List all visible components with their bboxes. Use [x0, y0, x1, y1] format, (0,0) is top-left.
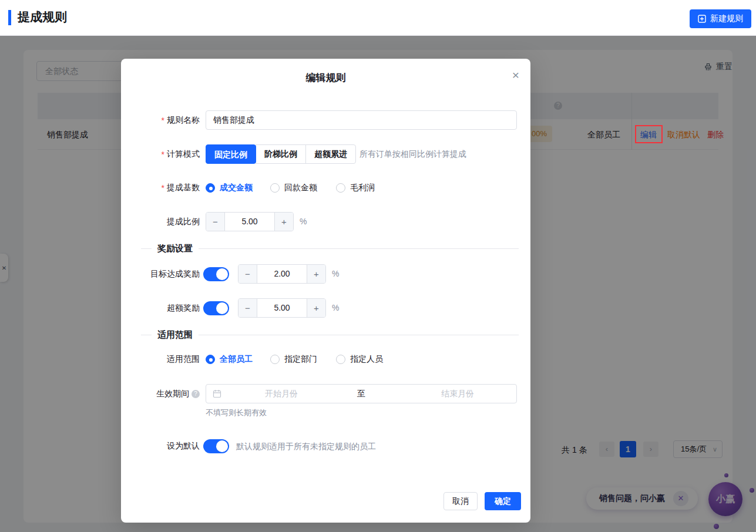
required-asterisk: * — [162, 116, 164, 125]
calc-mode-segmented: 固定比例 阶梯比例 超额累进 — [206, 144, 356, 164]
ratio-label: 提成比例 — [121, 212, 200, 231]
base-option-gross-profit[interactable]: 毛利润 — [336, 178, 375, 198]
scope-option-persons[interactable]: 指定人员 — [336, 349, 383, 369]
set-default-label: 设为默认 — [121, 439, 200, 453]
set-default-toggle[interactable] — [203, 439, 229, 453]
target-reward-value[interactable]: 2.00 — [257, 265, 307, 283]
plus-button[interactable]: + — [307, 299, 325, 317]
period-row: 生效期间 ? 开始月份 至 结束月份 — [121, 384, 530, 403]
period-hint: 不填写则长期有效 — [206, 408, 267, 418]
required-asterisk: * — [162, 183, 164, 193]
radio-icon — [270, 183, 280, 193]
excess-reward-stepper: − 5.00 + — [238, 298, 326, 318]
excess-reward-row: 超额奖励 − 5.00 + % — [121, 298, 530, 318]
target-reward-unit: % — [332, 264, 339, 284]
rule-name-row: * 规则名称 — [121, 110, 530, 130]
calc-mode-option-fixed[interactable]: 固定比例 — [206, 144, 256, 164]
annotation-highlight-box — [635, 125, 663, 143]
calc-mode-option-progressive[interactable]: 超额累进 — [305, 144, 356, 164]
modal-title: 编辑规则 — [121, 71, 530, 85]
calc-mode-option-tiered[interactable]: 阶梯比例 — [256, 144, 306, 164]
excess-reward-toggle[interactable] — [203, 301, 229, 315]
new-rule-label: 新建规则 — [710, 14, 743, 24]
cancel-button[interactable]: 取消 — [443, 492, 478, 510]
divider-line — [141, 248, 152, 249]
required-asterisk: * — [162, 150, 164, 159]
scope-option-all-staff[interactable]: 全部员工 — [206, 349, 253, 369]
confirm-button[interactable]: 确定 — [485, 492, 521, 510]
period-label: 生效期间 ? — [121, 384, 200, 403]
target-reward-stepper: − 2.00 + — [238, 264, 326, 284]
page-title: 提成规则 — [18, 9, 67, 25]
divider-line — [141, 335, 152, 335]
radio-selected-icon — [206, 183, 215, 193]
base-label: * 提成基数 — [121, 178, 200, 198]
ratio-row: 提成比例 − 5.00 + % — [121, 212, 530, 231]
divider-line — [199, 248, 519, 249]
plus-button[interactable]: + — [274, 213, 293, 231]
rule-name-label: * 规则名称 — [121, 110, 200, 130]
plus-square-icon — [698, 15, 706, 23]
rule-name-input[interactable] — [206, 110, 517, 130]
calc-mode-hint: 所有订单按相同比例计算提成 — [359, 144, 466, 164]
scope-option-departments[interactable]: 指定部门 — [270, 349, 317, 369]
excess-reward-unit: % — [332, 298, 339, 318]
base-option-payment-amount[interactable]: 回款金额 — [270, 178, 317, 198]
ratio-unit: % — [300, 212, 307, 231]
minus-button[interactable]: − — [238, 299, 257, 317]
scope-section-title: 适用范围 — [152, 329, 199, 341]
target-reward-toggle[interactable] — [203, 267, 229, 281]
base-option-deal-amount[interactable]: 成交金额 — [206, 178, 253, 198]
radio-icon — [336, 183, 345, 193]
edit-rule-modal: 编辑规则 × * 规则名称 * 计算模式 固定比例 阶梯比例 超额累进 所有订单… — [121, 59, 530, 523]
minus-button[interactable]: − — [206, 213, 225, 231]
excess-reward-label: 超额奖励 — [121, 298, 200, 318]
scope-section-divider: 适用范围 — [141, 330, 519, 339]
title-accent-bar — [8, 10, 11, 25]
set-default-row: 设为默认 默认规则适用于所有未指定规则的员工 — [121, 439, 530, 453]
app-root: 提成规则 新建规则 全部状态 重置 规则名称 奖励 ? 适用范围 操作 销售部提… — [0, 0, 756, 532]
reward-section-divider: 奖励设置 — [141, 244, 519, 253]
radio-icon — [270, 355, 280, 364]
plus-button[interactable]: + — [307, 265, 325, 283]
close-icon[interactable]: × — [506, 66, 525, 85]
scope-label: 适用范围 — [121, 349, 200, 369]
ratio-value[interactable]: 5.00 — [225, 213, 274, 231]
target-reward-label: 目标达成奖励 — [121, 264, 200, 284]
radio-selected-icon — [206, 355, 215, 364]
minus-button[interactable]: − — [238, 265, 257, 283]
period-end-placeholder: 结束月份 — [441, 385, 474, 403]
ratio-stepper: − 5.00 + — [206, 212, 294, 231]
radio-icon — [336, 355, 345, 364]
new-rule-button[interactable]: 新建规则 — [690, 9, 751, 28]
calc-mode-label: * 计算模式 — [121, 144, 200, 164]
period-range-input[interactable]: 开始月份 至 结束月份 — [206, 384, 517, 403]
set-default-hint: 默认规则适用于所有未指定规则的员工 — [236, 439, 376, 453]
scope-row: 适用范围 全部员工 指定部门 指定人员 — [121, 349, 530, 369]
reward-section-title: 奖励设置 — [152, 243, 199, 254]
page-header: 提成规则 新建规则 — [0, 0, 756, 36]
divider-line — [199, 335, 519, 335]
calc-mode-row: * 计算模式 固定比例 阶梯比例 超额累进 所有订单按相同比例计算提成 — [121, 144, 530, 164]
target-reward-row: 目标达成奖励 − 2.00 + % — [121, 264, 530, 284]
help-icon[interactable]: ? — [191, 390, 200, 398]
base-row: * 提成基数 成交金额 回款金额 毛利润 — [121, 178, 530, 198]
excess-reward-value[interactable]: 5.00 — [257, 299, 307, 317]
